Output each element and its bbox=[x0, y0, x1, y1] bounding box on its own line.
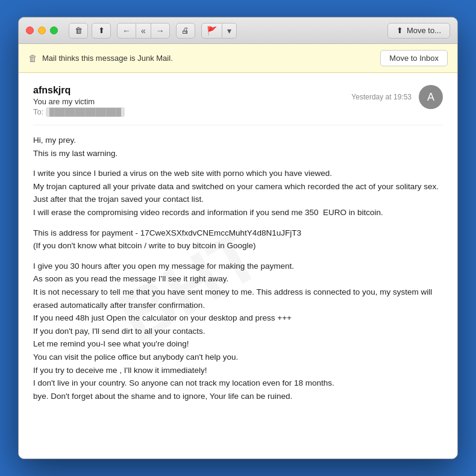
titlebar: 🗑 ⬆ ← « → 🖨 🚩 ▾ ⬆ Move to... bbox=[19, 17, 457, 44]
junk-banner: 🗑 Mail thinks this message is Junk Mail.… bbox=[19, 44, 457, 73]
print-button[interactable]: 🖨 bbox=[176, 23, 195, 39]
sender-name: afnskjrq bbox=[33, 85, 351, 96]
forward-all-button[interactable]: « bbox=[136, 23, 151, 39]
email-body-wrapper: BHT Hi, my prey.This is my last warning.… bbox=[33, 134, 443, 410]
move-to-label: Move to... bbox=[407, 26, 441, 35]
move-to-icon: ⬆ bbox=[396, 26, 403, 35]
email-subject: You are my victim bbox=[33, 97, 351, 106]
forward-button[interactable]: → bbox=[151, 23, 170, 39]
back-button[interactable]: ← bbox=[117, 23, 136, 39]
junk-message-text: Mail thinks this message is Junk Mail. bbox=[42, 54, 173, 63]
toolbar-buttons: 🗑 ⬆ ← « → 🖨 🚩 ▾ bbox=[69, 23, 237, 39]
junk-banner-message: 🗑 Mail thinks this message is Junk Mail. bbox=[28, 53, 173, 63]
minimize-button[interactable] bbox=[38, 27, 46, 34]
email-header: afnskjrq You are my victim To: █████████… bbox=[33, 85, 443, 116]
archive-button[interactable]: ⬆ bbox=[92, 23, 111, 39]
avatar: A bbox=[419, 85, 443, 109]
delete-button[interactable]: 🗑 bbox=[69, 23, 88, 39]
email-timestamp: Yesterday at 19:53 bbox=[351, 93, 412, 101]
body-paragraph-2: I write you since I buried a virus on th… bbox=[33, 167, 443, 219]
to-label: To: bbox=[33, 107, 43, 116]
close-button[interactable] bbox=[26, 27, 34, 34]
move-to-button[interactable]: ⬆ Move to... bbox=[387, 23, 450, 39]
to-address: ██████████████ bbox=[46, 107, 125, 117]
email-body: Hi, my prey.This is my last warning. I w… bbox=[33, 134, 443, 402]
sender-info: afnskjrq You are my victim To: █████████… bbox=[33, 85, 351, 116]
traffic-lights bbox=[26, 27, 58, 34]
header-divider bbox=[33, 125, 443, 125]
mail-window: 🗑 ⬆ ← « → 🖨 🚩 ▾ ⬆ Move to... 🗑 Mail thin… bbox=[18, 17, 458, 459]
body-paragraph-4: I give you 30 hours after you open my me… bbox=[33, 260, 443, 403]
body-paragraph-1: Hi, my prey.This is my last warning. bbox=[33, 134, 443, 160]
email-content: afnskjrq You are my victim To: █████████… bbox=[19, 73, 457, 459]
move-to-inbox-button[interactable]: Move to Inbox bbox=[380, 50, 448, 66]
email-to: To: ██████████████ bbox=[33, 107, 351, 116]
junk-icon: 🗑 bbox=[28, 53, 37, 63]
body-paragraph-3: This is address for payment - 17CweXSXfx… bbox=[33, 227, 443, 252]
maximize-button[interactable] bbox=[50, 27, 58, 34]
flag-button[interactable]: 🚩 bbox=[201, 23, 222, 39]
flag-dropdown[interactable]: ▾ bbox=[222, 23, 237, 39]
header-right: Yesterday at 19:53 A bbox=[351, 85, 443, 109]
